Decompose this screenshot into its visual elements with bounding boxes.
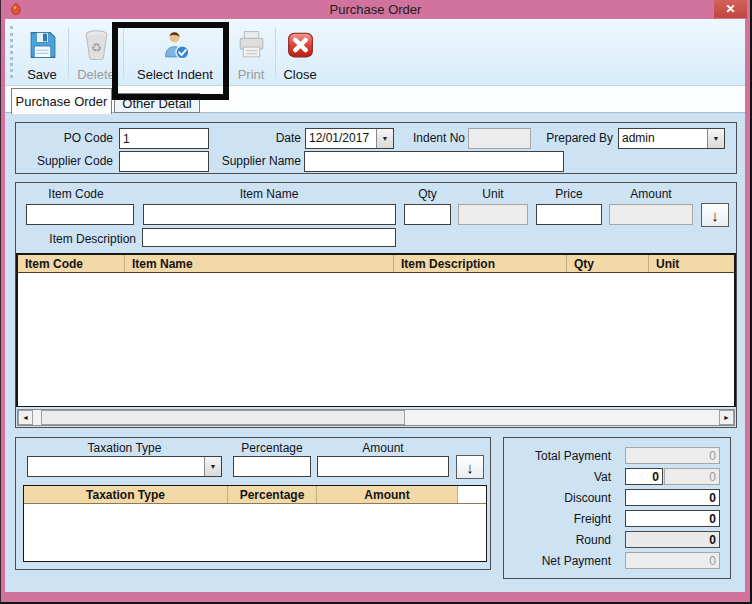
taxation-grid-col-percentage[interactable]: Percentage — [228, 486, 317, 503]
print-button-label: Print — [238, 67, 265, 82]
red-x-icon — [284, 28, 317, 66]
freight-label: Freight — [504, 512, 611, 526]
toolbar: Save ♻ Delete Select Indent — [5, 19, 745, 86]
prepared-by-value: admin — [619, 129, 707, 148]
item-name-input[interactable] — [143, 204, 396, 225]
round-row: Round — [504, 531, 720, 548]
po-code-label: PO Code — [35, 131, 113, 145]
items-grid-body[interactable] — [18, 273, 734, 406]
items-grid[interactable]: Item Code Item Name Item Description Qty… — [16, 253, 736, 407]
window-close-button[interactable]: ✕ — [714, 0, 747, 18]
vat-amount-field — [664, 468, 720, 485]
item-code-input[interactable] — [26, 204, 134, 225]
prepared-by-combobox[interactable]: admin ▼ — [618, 128, 725, 149]
qty-column-label: Qty — [404, 187, 451, 201]
scroll-right-arrow-icon[interactable]: ► — [719, 410, 734, 425]
indent-no-input — [468, 128, 531, 149]
item-description-input[interactable] — [142, 228, 396, 247]
vat-row: Vat — [504, 468, 720, 485]
items-grid-col-qty[interactable]: Qty — [567, 255, 649, 272]
tabstrip: Purchase Order Other Detail — [5, 86, 745, 113]
select-indent-button[interactable]: Select Indent — [125, 22, 225, 82]
purchase-order-tab-panel: PO Code Date 12/01/2017 ▼ Indent No Prep… — [5, 113, 745, 592]
item-description-label: Item Description — [26, 232, 136, 246]
chevron-down-icon[interactable]: ▼ — [707, 129, 724, 148]
amount-column-label: Amount — [609, 187, 693, 201]
taxation-grid-header: Taxation Type Percentage Amount — [24, 486, 486, 504]
taxation-grid-header-filler — [458, 486, 486, 503]
date-label: Date — [261, 131, 301, 145]
taxation-grid-body[interactable] — [24, 504, 486, 560]
date-value: 12/01/2017 — [306, 129, 376, 148]
supplier-name-label: Supplier Name — [207, 154, 301, 168]
prepared-by-label: Prepared By — [540, 131, 613, 145]
toolbar-separator — [123, 27, 124, 77]
supplier-name-input[interactable] — [304, 151, 564, 172]
item-name-column-label: Item Name — [143, 187, 395, 201]
add-item-button[interactable]: ↓ — [701, 203, 729, 227]
delete-button: ♻ Delete — [71, 22, 121, 82]
total-payment-row: Total Payment — [504, 447, 720, 464]
save-button-label: Save — [27, 67, 57, 82]
taxation-amount-input[interactable] — [317, 456, 449, 477]
taxation-percentage-input[interactable] — [233, 456, 311, 477]
discount-row: Discount — [504, 489, 720, 506]
trash-recycle-icon: ♻ — [80, 28, 113, 66]
price-column-label: Price — [536, 187, 602, 201]
taxation-grid-col-type[interactable]: Taxation Type — [24, 486, 228, 503]
chevron-down-icon[interactable]: ▼ — [376, 129, 393, 148]
down-arrow-icon: ↓ — [711, 207, 719, 224]
vat-percent-field[interactable] — [625, 468, 663, 485]
taxation-type-label: Taxation Type — [27, 441, 222, 455]
chevron-down-icon[interactable]: ▼ — [204, 457, 221, 476]
indent-no-label: Indent No — [405, 131, 465, 145]
delete-button-label: Delete — [77, 67, 115, 82]
round-label: Round — [504, 533, 611, 547]
close-button-label: Close — [283, 67, 316, 82]
unit-input — [458, 204, 528, 225]
window-body: Save ♻ Delete Select Indent — [5, 19, 745, 592]
items-grid-header: Item Code Item Name Item Description Qty… — [18, 255, 734, 273]
total-payment-label: Total Payment — [504, 449, 611, 463]
freight-field[interactable] — [625, 510, 720, 527]
taxation-type-combobox[interactable]: ▼ — [27, 456, 222, 477]
tab-other-detail[interactable]: Other Detail — [114, 93, 200, 113]
toolbar-grip-icon — [10, 26, 13, 78]
net-payment-row: Net Payment — [504, 552, 720, 569]
scroll-left-arrow-icon[interactable]: ◄ — [18, 410, 33, 425]
supplier-code-input[interactable] — [119, 151, 209, 172]
taxation-grid[interactable]: Taxation Type Percentage Amount — [23, 485, 487, 562]
net-payment-field — [625, 552, 720, 569]
add-taxation-button[interactable]: ↓ — [456, 455, 484, 479]
toolbar-separator — [227, 27, 228, 77]
items-grid-col-item-code[interactable]: Item Code — [18, 255, 125, 272]
tab-purchase-order[interactable]: Purchase Order — [11, 88, 112, 114]
save-button[interactable]: Save — [18, 22, 66, 82]
price-input[interactable] — [536, 204, 602, 225]
taxation-grid-col-amount[interactable]: Amount — [317, 486, 458, 503]
items-grid-col-unit[interactable]: Unit — [649, 255, 734, 272]
amount-input — [609, 204, 693, 225]
taxation-type-value — [28, 457, 204, 476]
discount-field[interactable] — [625, 489, 720, 506]
items-grid-col-item-name[interactable]: Item Name — [125, 255, 394, 272]
hscrollbar-thumb[interactable] — [41, 410, 405, 425]
date-combobox[interactable]: 12/01/2017 ▼ — [305, 128, 394, 149]
window-title: Purchase Order — [1, 2, 750, 17]
toolbar-separator — [275, 27, 276, 77]
close-button[interactable]: Close — [277, 22, 323, 82]
unit-column-label: Unit — [458, 187, 528, 201]
taxation-percentage-label: Percentage — [233, 441, 311, 455]
items-grid-hscrollbar[interactable]: ◄ ► — [17, 409, 735, 426]
toolbar-separator — [68, 27, 69, 77]
po-code-input[interactable] — [119, 128, 209, 149]
printer-icon — [235, 28, 268, 66]
items-grid-col-item-description[interactable]: Item Description — [394, 255, 567, 272]
total-payment-field — [625, 447, 720, 464]
freight-row: Freight — [504, 510, 720, 527]
titlebar[interactable]: Purchase Order ✕ — [1, 0, 750, 19]
discount-label: Discount — [504, 491, 611, 505]
net-payment-label: Net Payment — [504, 554, 611, 568]
qty-input[interactable] — [404, 204, 451, 225]
round-field — [625, 531, 720, 548]
